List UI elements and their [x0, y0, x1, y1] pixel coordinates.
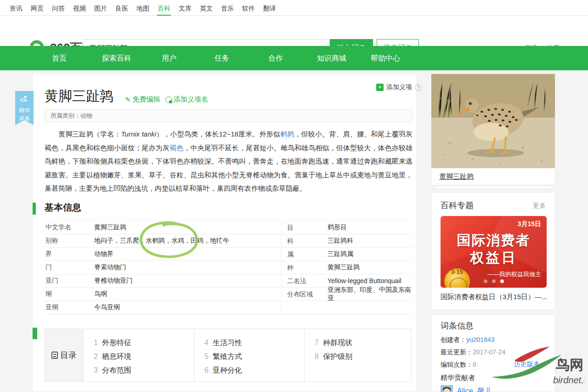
creator-row: 创建者：yu201843 — [441, 336, 495, 344]
watermark-en: birdnet.cn — [553, 375, 584, 385]
bird-photo[interactable] — [431, 74, 555, 168]
info-value: 鸟纲 — [94, 290, 281, 298]
info-value: 亚洲东部、印度、中国及东南亚 — [328, 286, 413, 302]
toc-item[interactable]: 6亚种分化 — [204, 364, 304, 377]
toc-item[interactable]: 5繁殖方式 — [204, 350, 304, 364]
toc-item-number: 5 — [204, 352, 209, 360]
plus-icon[interactable]: + — [376, 84, 384, 91]
toc-label: 目录 — [45, 329, 84, 381]
nav-item[interactable]: 合作 — [268, 46, 283, 70]
toc-item[interactable]: 3分布范围 — [94, 364, 194, 377]
nav-item[interactable]: 探索百科 — [102, 46, 131, 70]
banner-headline-2: 权益日 — [441, 249, 547, 267]
info-table-row: 纲鸟纲分布区域亚洲东部、印度、中国及东南亚 — [45, 288, 413, 301]
info-table-row: 中文学名黄脚三趾鹑目鹤形目 — [45, 221, 413, 234]
photo-caption-link[interactable]: 黄脚三趾鹑 — [439, 172, 474, 181]
info-label: 二名法 — [281, 274, 328, 288]
toc-item-label: 生活习性 — [213, 339, 242, 347]
topbar-item[interactable]: 翻译 — [263, 0, 277, 16]
intro-term-link[interactable]: 鹌鹑 — [280, 130, 294, 138]
topbar-item[interactable]: 问答 — [51, 0, 65, 16]
topic-banner[interactable]: 3月15日 国际消费者 权益日 ——我的权益我做主 — [441, 216, 547, 288]
contributor-link[interactable]: Alice_馨儿 — [457, 386, 492, 392]
topic-card: 百科专题 更多 3月15日 国际消费者 权益日 ——我的权益我做主 国际消费者权… — [431, 192, 555, 310]
topbar-item[interactable]: 英文 — [199, 0, 213, 16]
photo-stack-edge — [434, 187, 552, 189]
nav-item[interactable]: 用户 — [162, 46, 176, 70]
toc-item[interactable]: 1外形特征 — [94, 336, 194, 350]
free-edit-link[interactable]: ✎免费编辑 — [125, 95, 160, 104]
intro-term-link[interactable]: 褐色 — [170, 144, 183, 152]
pencil-icon: ✎ — [125, 96, 131, 104]
topic-title: 百科专题 — [441, 200, 474, 211]
315-emblem-icon — [444, 268, 470, 288]
info-table-row: 界动物界属三趾鹑属 — [45, 248, 413, 261]
intro-text: Turnix tanki — [121, 130, 157, 138]
section-accent-bar — [33, 203, 36, 215]
nav-item[interactable]: 首页 — [52, 46, 67, 70]
info-value: 三趾鹑属 — [328, 250, 413, 258]
intro-paragraph: 黄脚三趾鹑（学名：Turnix tanki），小型鸟类，体长12~18厘米。外形… — [45, 127, 413, 195]
info-label: 种 — [281, 261, 328, 274]
info-value: 黄脚三趾鹑 — [328, 263, 413, 272]
topbar-item[interactable]: 地图 — [136, 0, 150, 16]
featured-entry-ribbon: 精华 词条 — [15, 91, 34, 125]
info-table-row: 门脊索动物门种黄脚三趾鹑 — [45, 261, 413, 274]
topbar-item[interactable]: 音乐 — [220, 0, 234, 16]
toc-item-number: 2 — [94, 352, 98, 360]
nav-item[interactable]: 任务 — [215, 46, 229, 70]
toc-item-number: 3 — [94, 366, 98, 374]
topic-more-link[interactable]: 更多 — [533, 202, 546, 210]
info-value: 三趾鹑科 — [328, 237, 413, 245]
photo-card: 黄脚三趾鹑 — [431, 74, 555, 185]
ribbon-label-line2: 词条 — [15, 115, 34, 122]
info-value: 今鸟亚纲 — [94, 303, 281, 312]
toc-item[interactable]: 4生活习性 — [204, 336, 304, 350]
banner-slogan: ——我的权益我做主 — [487, 270, 541, 278]
topbar-item[interactable]: 百科 — [157, 0, 171, 16]
add-meaning-group: + 添加义项 ? — [376, 83, 422, 91]
browser-services-bar: 资讯网页问答视频图片良医地图百科文库英文音乐软件翻译 — [0, 0, 588, 16]
add-alias-link[interactable]: 添加义项名 — [165, 95, 208, 104]
info-value: 脊索动物门 — [94, 263, 281, 272]
carousel-dot[interactable] — [492, 279, 496, 283]
topbar-item[interactable]: 文库 — [178, 0, 192, 16]
alias-icon — [165, 97, 172, 103]
info-value: 地闷子，三爪爬，水鹌鹑，水鸡，田鸡，地牤牛 — [94, 237, 281, 245]
toc-column-3: 7种群现状8保护级别 — [304, 329, 411, 381]
creator-link[interactable]: yu201843 — [466, 336, 495, 343]
carousel-dot[interactable] — [484, 279, 487, 283]
toc-item-number: 1 — [94, 339, 98, 347]
contributor-avatar[interactable] — [441, 385, 453, 392]
nav-item[interactable]: 知识商城 — [317, 46, 346, 70]
history-versions-link[interactable]: 历史版本 — [514, 360, 540, 369]
info-label: 别称 — [45, 237, 94, 245]
info-value: Yellow-legged Buttonquail — [328, 277, 413, 284]
info-label: 分布区域 — [281, 288, 328, 301]
info-label: 纲 — [45, 290, 94, 298]
toc-item-label: 种群现状 — [323, 339, 352, 347]
carousel-dot[interactable] — [500, 279, 504, 283]
toc-item-number: 4 — [204, 339, 209, 347]
topbar-item[interactable]: 资讯 — [9, 0, 23, 16]
info-table-row: 别称地闷子，三爪爬，水鹌鹑，水鸡，田鸡，地牤牛科三趾鹑科 — [45, 234, 413, 248]
site-nav: 首页探索百科用户任务合作知识商城帮助中心 — [0, 46, 588, 70]
topbar-item[interactable]: 网页 — [30, 0, 44, 16]
topbar-item[interactable]: 视频 — [73, 0, 86, 16]
topbar-item[interactable]: 软件 — [242, 0, 255, 16]
toc-item[interactable]: 7种群现状 — [315, 336, 411, 350]
section-accent-bar-2 — [33, 328, 37, 339]
banner-headline-1: 国际消费者 — [441, 231, 547, 250]
watermark-cn: 鸟网 — [555, 357, 583, 372]
nav-item[interactable]: 帮助中心 — [371, 46, 400, 70]
help-icon[interactable]: ? — [415, 84, 422, 91]
search-header: 360百科 × 进入词条 搜索词条 登录|注册 — [0, 16, 588, 46]
topbar-item[interactable]: 良医 — [115, 0, 129, 16]
add-meaning-link[interactable]: 添加义项 — [386, 83, 412, 91]
info-label: 中文学名 — [45, 223, 94, 232]
topic-caption-link[interactable]: 国际消费者权益日（3月15日）—... — [441, 293, 548, 301]
edits-row: 编辑次数：8 — [441, 361, 476, 369]
toc-item[interactable]: 2栖息环境 — [94, 350, 194, 364]
topbar-item[interactable]: 图片 — [94, 0, 107, 16]
toc-item[interactable]: 8保护级别 — [315, 350, 411, 364]
